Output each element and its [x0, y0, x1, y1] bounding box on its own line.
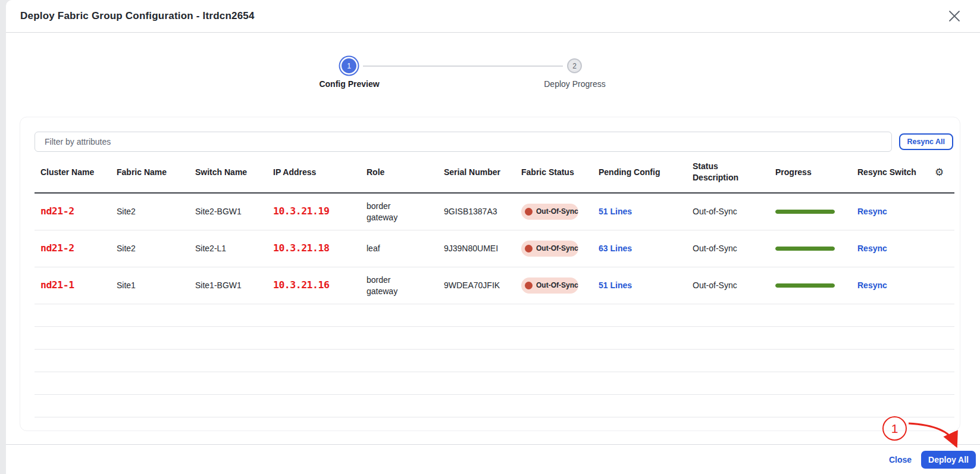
cell-ip-address: 10.3.21.19 — [267, 205, 361, 218]
status-badge-label: Out-Of-Sync — [536, 244, 578, 253]
column-header: Serial Number — [438, 167, 515, 178]
modal-title: Deploy Fabric Group Configuration - ltrd… — [20, 10, 255, 22]
modal-header: Deploy Fabric Group Configuration - ltrd… — [6, 0, 980, 33]
cell-serial-number: 9GISB1387A3 — [438, 206, 515, 217]
pending-config-link[interactable]: 63 Lines — [593, 243, 687, 254]
progress-bar — [775, 247, 835, 251]
cell-role: leaf — [361, 243, 417, 254]
column-header: IP Address — [267, 167, 361, 178]
column-header: Fabric Status — [515, 167, 593, 178]
column-header: Status Description — [687, 161, 749, 183]
cell-status-description: Out-of-Sync — [687, 280, 769, 291]
resync-all-button[interactable]: Resync All — [899, 133, 953, 150]
column-header: Role — [361, 167, 438, 178]
table-header-row: Cluster NameFabric NameSwitch NameIP Add… — [35, 152, 954, 194]
modal-footer: Close Deploy All — [6, 444, 980, 474]
status-badge: Out-Of-Sync — [521, 241, 578, 256]
filter-input[interactable] — [35, 132, 892, 152]
cell-role: border gateway — [361, 275, 417, 297]
pending-config-link[interactable]: 51 Lines — [593, 206, 687, 217]
empty-table-row — [35, 304, 954, 327]
status-badge-label: Out-Of-Sync — [536, 280, 578, 290]
resync-switch-link[interactable]: Resync — [851, 280, 929, 291]
table-empty-rows — [35, 304, 953, 417]
empty-table-row — [35, 350, 954, 372]
progress-bar-fill — [775, 210, 835, 214]
cell-switch-name: Site2-L1 — [189, 243, 267, 254]
cell-ip-address: 10.3.21.16 — [267, 279, 361, 292]
cell-fabric-status: Out-Of-Sync — [515, 277, 593, 293]
table-row[interactable]: nd21-2 Site2 Site2-L1 10.3.21.18 leaf 9J… — [35, 230, 954, 267]
cell-fabric-status: Out-Of-Sync — [515, 204, 593, 219]
cell-progress — [769, 247, 851, 251]
progress-bar — [775, 210, 835, 214]
step-2-circle[interactable]: 2 — [567, 58, 582, 73]
cell-role: border gateway — [361, 201, 417, 223]
cell-fabric-name: Site2 — [111, 206, 189, 217]
close-button[interactable]: Close — [889, 455, 912, 464]
cell-switch-name: Site2-BGW1 — [189, 206, 267, 217]
empty-table-row — [35, 327, 954, 350]
empty-table-row — [35, 395, 954, 417]
deploy-config-modal: Deploy Fabric Group Configuration - ltrd… — [6, 0, 980, 474]
progress-bar-fill — [775, 247, 835, 251]
progress-bar-fill — [775, 283, 835, 288]
column-header: Fabric Name — [111, 167, 189, 178]
resync-switch-link[interactable]: Resync — [851, 243, 929, 254]
status-badge-label: Out-Of-Sync — [536, 207, 578, 216]
cell-status-description: Out-of-Sync — [687, 243, 769, 254]
cell-progress — [769, 283, 851, 288]
status-dot-icon — [525, 282, 533, 289]
close-icon[interactable] — [947, 8, 962, 24]
table-row[interactable]: nd21-2 Site2 Site2-BGW1 10.3.21.19 borde… — [35, 194, 954, 230]
cell-serial-number: 9WDEA70JFIK — [438, 280, 515, 291]
column-header: Switch Name — [189, 167, 267, 178]
column-header: Progress — [769, 167, 851, 178]
deploy-all-button[interactable]: Deploy All — [921, 451, 976, 469]
annotation-step-circle: 1 — [882, 416, 907, 441]
cell-serial-number: 9J39N80UMEI — [438, 243, 515, 254]
status-dot-icon — [525, 245, 533, 252]
progress-bar — [775, 283, 835, 288]
table-settings-gear-icon[interactable]: ⚙ — [929, 166, 954, 179]
column-header: Cluster Name — [35, 167, 111, 178]
cell-switch-name: Site1-BGW1 — [189, 280, 267, 291]
resync-switch-link[interactable]: Resync — [851, 206, 929, 217]
step-2-label: Deploy Progress — [509, 79, 640, 89]
cell-cluster-name: nd21-2 — [35, 205, 111, 218]
step-1-label: Config Preview — [284, 79, 415, 89]
empty-table-row — [35, 372, 954, 395]
stepper-connector-line — [363, 66, 563, 67]
column-header: Pending Config — [593, 167, 687, 178]
status-badge: Out-Of-Sync — [521, 277, 578, 293]
cell-fabric-name: Site1 — [111, 280, 189, 291]
table-toolbar: Resync All — [35, 132, 953, 152]
cell-ip-address: 10.3.21.18 — [267, 242, 361, 255]
table-body: nd21-2 Site2 Site2-BGW1 10.3.21.19 borde… — [35, 194, 953, 304]
cell-cluster-name: nd21-1 — [35, 279, 111, 292]
cell-status-description: Out-of-Sync — [687, 206, 769, 217]
table-row[interactable]: nd21-1 Site1 Site1-BGW1 10.3.21.16 borde… — [35, 267, 954, 304]
step-1-circle[interactable]: 1 — [342, 58, 356, 73]
column-header: Resync Switch — [851, 167, 929, 178]
cell-progress — [769, 210, 851, 214]
cell-fabric-name: Site2 — [111, 243, 189, 254]
cell-cluster-name: nd21-2 — [35, 242, 111, 255]
status-dot-icon — [525, 208, 533, 216]
status-badge: Out-Of-Sync — [521, 204, 578, 219]
config-preview-card: Resync All Cluster NameFabric NameSwitch… — [20, 117, 960, 431]
pending-config-link[interactable]: 51 Lines — [593, 280, 687, 291]
cell-fabric-status: Out-Of-Sync — [515, 241, 593, 256]
